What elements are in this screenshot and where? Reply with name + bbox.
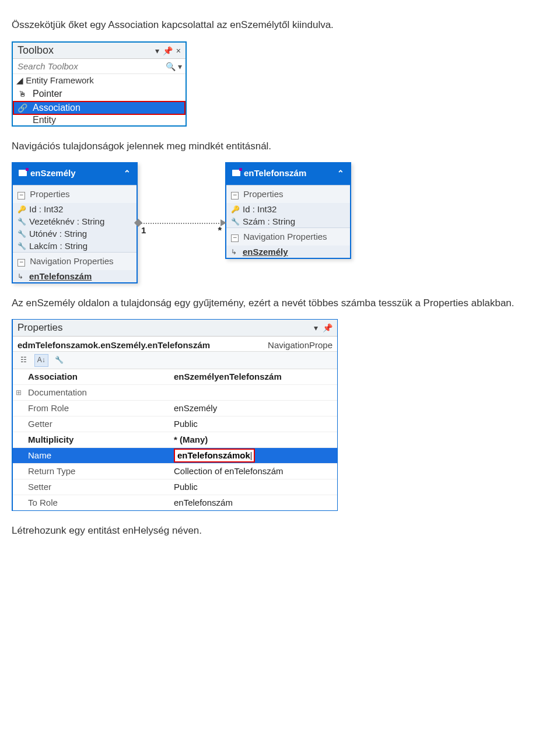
nav-icon: ↳: [18, 272, 26, 281]
categorized-icon[interactable]: ☷: [16, 354, 30, 367]
properties-subject-path: edmTelefonszamok.enSzemély.enTelefonszám: [18, 340, 210, 350]
properties-toolbar: ☷ A↓ 🔧: [13, 351, 337, 369]
dropdown-icon[interactable]: ▾: [155, 46, 159, 55]
entity-enszemely[interactable]: enSzemély ⌃ − Properties 🔑 Id : Int32 🔧 …: [12, 162, 138, 283]
prop-name: Name: [24, 448, 174, 463]
entity-prop-lakcim[interactable]: 🔧 Lakcím : String: [13, 240, 136, 252]
prop-row-returntype[interactable]: Return Type Collection of enTelefonszám: [13, 463, 337, 479]
dropdown-icon[interactable]: ▾: [314, 323, 318, 332]
nav-icon: ↳: [231, 248, 239, 256]
prop-name: From Role: [24, 401, 174, 416]
prop-row-name[interactable]: Name enTelefonszámok: [13, 447, 337, 463]
pin-icon[interactable]: 📌: [163, 46, 173, 55]
wrench-icon: 🔧: [18, 230, 26, 238]
expand-icon[interactable]: ⊞: [13, 385, 24, 400]
prop-text: Id : Int32: [243, 204, 276, 214]
entity-header[interactable]: enSzemély ⌃: [13, 163, 136, 185]
entity-prop-utonev[interactable]: 🔧 Utónév : String: [13, 227, 136, 240]
minus-icon[interactable]: −: [231, 234, 239, 242]
prop-name: Documentation: [24, 385, 174, 400]
prop-row-getter[interactable]: Getter Public: [13, 416, 337, 432]
entity-prop-id[interactable]: 🔑 Id : Int32: [226, 203, 350, 215]
paragraph-1: Összekötjük őket egy Association kapcsol…: [12, 19, 548, 31]
navprop-text: enSzemély: [243, 247, 288, 257]
prop-value[interactable]: * (Many): [174, 432, 337, 447]
prop-value[interactable]: enSzemélyenTelefonszám: [174, 369, 337, 384]
prop-text: Utónév : String: [29, 229, 87, 239]
entity-props-section[interactable]: − Properties: [226, 185, 350, 203]
entity-nav-section[interactable]: − Navigation Properties: [226, 227, 350, 246]
prop-row-association[interactable]: Association enSzemélyenTelefonszám: [13, 369, 337, 384]
prop-name: Setter: [24, 479, 174, 495]
entity-class-icon: [19, 170, 27, 176]
entity-entelefonszam[interactable]: enTelefonszám ⌃ − Properties 🔑 Id : Int3…: [225, 162, 351, 259]
toolbox-search-row: 🔍 ▾: [13, 59, 186, 74]
properties-title-text: Properties: [18, 322, 62, 334]
toolbox-panel: Toolbox ▾ 📌 × 🔍 ▾ ◢ Entity Framework 🖱 P…: [12, 41, 187, 127]
prop-name: Multiplicity: [24, 432, 174, 447]
entity-prop-id[interactable]: 🔑 Id : Int32: [13, 203, 136, 215]
toolbox-search-input[interactable]: [16, 60, 166, 72]
entity-class-icon: [232, 170, 240, 176]
toolbox-item-label: Entity: [33, 115, 56, 125]
wrench-icon[interactable]: 🔧: [52, 354, 66, 367]
section-label: Properties: [243, 189, 283, 199]
toolbox-item-pointer[interactable]: 🖱 Pointer: [13, 87, 186, 101]
toolbox-titlebar: Toolbox ▾ 📌 ×: [13, 43, 186, 59]
pin-icon[interactable]: 📌: [323, 323, 332, 332]
entity-name: enTelefonszám: [244, 168, 306, 178]
entity-nav-section[interactable]: − Navigation Properties: [13, 252, 136, 270]
alphabetical-icon[interactable]: A↓: [34, 354, 48, 367]
minus-icon[interactable]: −: [231, 192, 239, 199]
prop-value[interactable]: Public: [174, 479, 337, 495]
wrench-icon: 🔧: [18, 242, 26, 250]
section-label: Navigation Properties: [243, 232, 327, 241]
entity-navprop-enszemely[interactable]: ↳ enSzemély: [226, 246, 350, 258]
toolbox-group[interactable]: ◢ Entity Framework: [13, 74, 186, 87]
prop-name: Getter: [24, 416, 174, 432]
prop-value[interactable]: Collection of enTelefonszám: [174, 464, 337, 479]
properties-subject-type: NavigationPrope: [268, 340, 332, 350]
entity-header[interactable]: enTelefonszám ⌃: [226, 163, 350, 185]
prop-name: Return Type: [24, 464, 174, 479]
collapse-icon[interactable]: ⌃: [124, 169, 131, 178]
prop-value[interactable]: Public: [174, 416, 337, 432]
prop-value-editing[interactable]: enTelefonszámok: [174, 448, 337, 463]
paragraph-2: Navigációs tulajdonságok jelennek meg mi…: [12, 141, 548, 152]
prop-row-documentation[interactable]: ⊞ Documentation: [13, 384, 337, 400]
multiplicity-one: 1: [141, 225, 146, 235]
entity-name: enSzemély: [30, 168, 76, 178]
prop-text: Lakcím : String: [29, 241, 88, 251]
minus-icon[interactable]: −: [18, 192, 25, 199]
navprop-text: enTelefonszám: [29, 271, 92, 281]
properties-subject: edmTelefonszamok.enSzemély.enTelefonszám…: [13, 337, 337, 351]
collapse-icon[interactable]: ⌃: [337, 169, 344, 178]
entity-navprop-entelefonszam[interactable]: ↳ enTelefonszám: [13, 270, 136, 282]
section-label: Properties: [30, 189, 69, 199]
section-label: Navigation Properties: [30, 256, 113, 266]
wrench-icon: 🔧: [231, 218, 239, 226]
toolbox-item-association[interactable]: 🔗 Association: [13, 101, 186, 115]
pointer-icon: 🖱: [18, 89, 27, 99]
association-connector[interactable]: 1 *: [138, 180, 225, 244]
prop-value[interactable]: enTelefonszám: [174, 495, 337, 510]
entity-prop-vezeteknev[interactable]: 🔧 Vezetéknév : String: [13, 215, 136, 227]
entity-prop-szam[interactable]: 🔧 Szám : String: [226, 215, 350, 227]
minus-icon[interactable]: −: [18, 259, 25, 267]
prop-value[interactable]: enSzemély: [174, 401, 337, 416]
toolbox-item-label: Association: [33, 103, 80, 113]
prop-row-fromrole[interactable]: From Role enSzemély: [13, 400, 337, 416]
collapse-icon: ◢: [16, 75, 23, 85]
prop-row-multiplicity[interactable]: Multiplicity * (Many): [13, 432, 337, 447]
entity-props-section[interactable]: − Properties: [13, 185, 136, 203]
key-icon: 🔑: [18, 205, 26, 213]
prop-row-torole[interactable]: To Role enTelefonszám: [13, 495, 337, 510]
multiplicity-many: *: [218, 225, 222, 237]
toolbox-item-entity[interactable]: Entity: [13, 115, 186, 125]
toolbox-group-label: Entity Framework: [26, 75, 94, 85]
prop-value[interactable]: [174, 385, 337, 400]
properties-titlebar: Properties ▾ 📌: [13, 320, 337, 337]
search-icon[interactable]: 🔍 ▾: [166, 62, 182, 71]
close-icon[interactable]: ×: [176, 46, 181, 55]
prop-row-setter[interactable]: Setter Public: [13, 479, 337, 495]
